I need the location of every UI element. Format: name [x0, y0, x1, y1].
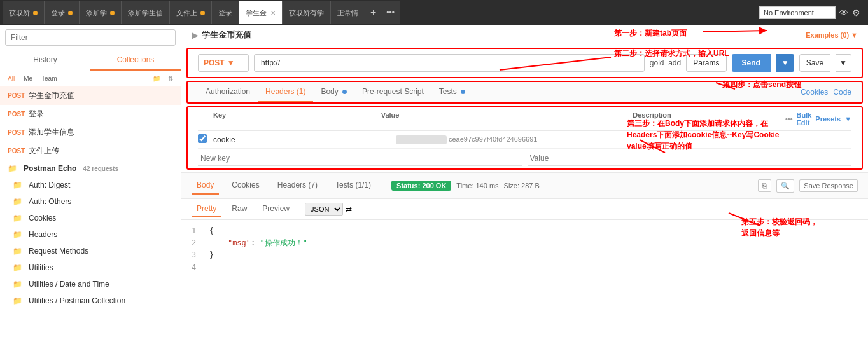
collection-item-学生金币充值[interactable]: POST 学生金币充值: [0, 86, 181, 105]
chevron-icon: ▼: [227, 58, 235, 67]
eye-icon[interactable]: 👁: [839, 8, 848, 18]
response-time: Time: 140 ms: [456, 182, 498, 189]
collection-item-登录[interactable]: POST 登录: [0, 105, 181, 123]
cookie-value-blurred: [396, 135, 447, 144]
body-dot: [342, 90, 347, 94]
save-response-button[interactable]: Save Response: [799, 179, 858, 192]
tab-添加学[interactable]: 添加学: [80, 1, 122, 24]
response-header: Body Cookies Headers (7) Tests (1/1) Sta…: [181, 173, 868, 199]
sidebar: History Collections All Me Team 📁 ⇅ POST…: [0, 25, 181, 363]
collection-item-cookies[interactable]: 📁 Cookies: [0, 210, 181, 226]
tab-获取所[interactable]: 获取所: [3, 1, 45, 24]
method-select[interactable]: POST ▼: [198, 54, 249, 72]
sort-icon[interactable]: ⇅: [165, 74, 176, 83]
url-bar: POST ▼ gold_add Params Send ▼ Save ▼: [186, 48, 863, 78]
history-tab[interactable]: History: [0, 50, 90, 71]
collection-item-request-methods[interactable]: 📁 Request Methods: [0, 243, 181, 259]
filter-input[interactable]: [5, 29, 176, 46]
tab-学生金[interactable]: 学生金 ✕: [239, 1, 283, 24]
res-tab-body[interactable]: Body: [192, 177, 219, 195]
collection-item-添加学生信息[interactable]: POST 添加学生信息: [0, 123, 181, 142]
cookies-link[interactable]: Cookies: [801, 88, 828, 97]
tab-more-button[interactable]: •••: [381, 1, 400, 24]
folder-icon: 📁: [13, 247, 22, 256]
settings-icon[interactable]: ⚙: [852, 8, 860, 18]
res-body-tabs: Pretty Raw Preview JSON ⇄: [181, 199, 868, 220]
folder-icon: 📁: [13, 263, 22, 272]
save-dropdown-button[interactable]: ▼: [836, 54, 851, 72]
more-icon[interactable]: •••: [785, 115, 793, 123]
collections-tab[interactable]: Collections: [90, 50, 181, 71]
code-link[interactable]: Code: [833, 88, 851, 97]
send-dropdown-button[interactable]: ▼: [776, 54, 794, 72]
collection-item-utilities[interactable]: 📁 Utilities: [0, 259, 181, 276]
res-tab-cookies[interactable]: Cookies: [227, 177, 264, 195]
code-line: 3 }: [192, 249, 858, 261]
tests-dot: [461, 90, 465, 94]
format-icon[interactable]: ⇄: [346, 205, 352, 214]
tab-获取所有学[interactable]: 获取所有学: [283, 1, 331, 24]
tab-登录[interactable]: 登录: [45, 1, 80, 24]
collapse-arrow-icon[interactable]: ▶: [192, 31, 198, 40]
copy-response-button[interactable]: ⎘: [758, 179, 771, 192]
tab-add-button[interactable]: +: [365, 1, 381, 24]
request-tabs: Authorization Headers (1) Body Pre-reque…: [186, 81, 863, 104]
tab-文件上[interactable]: 文件上: [170, 1, 212, 24]
sidebar-search-area: [0, 25, 181, 50]
collection-item-文件上传[interactable]: POST 文件上传: [0, 142, 181, 160]
raw-tab[interactable]: Raw: [227, 202, 252, 217]
tab-body[interactable]: Body: [313, 82, 354, 102]
tab-登录2[interactable]: 登录: [212, 1, 239, 24]
examples-link[interactable]: Examples (0) ▼: [806, 31, 858, 39]
code-line: 2 "msg": "操作成功！": [192, 237, 858, 249]
res-tab-headers[interactable]: Headers (7): [272, 177, 323, 195]
save-button[interactable]: Save: [799, 54, 830, 72]
env-selector[interactable]: No Environment: [759, 6, 836, 19]
presets-arrow[interactable]: ▼: [844, 115, 851, 123]
collections-list: POST 学生金币充值 POST 登录 POST 添加学生信息 POST 文件上…: [0, 86, 181, 363]
collection-item-utilities-postman[interactable]: 📁 Utilities / Postman Collection: [0, 292, 181, 309]
url-input[interactable]: [254, 54, 645, 72]
sidebar-toolbar: All Me Team 📁 ⇅: [0, 71, 181, 86]
collection-item-auth-others[interactable]: 📁 Auth: Others: [0, 193, 181, 210]
new-key-input[interactable]: [198, 151, 522, 166]
header-checkbox[interactable]: [198, 134, 207, 143]
params-button[interactable]: Params: [686, 54, 726, 72]
tabs-bar: 获取所 登录 添加学 添加学生信 文件上 登录 学生金 ✕ 获取所有学 正常: [0, 0, 868, 25]
bulk-edit-link[interactable]: Bulk Edit: [797, 111, 812, 127]
me-filter[interactable]: Me: [21, 74, 35, 83]
tab-dot: [33, 11, 38, 15]
tab-正常情[interactable]: 正常情: [331, 1, 365, 24]
code-line: 1 {: [192, 225, 858, 237]
send-button[interactable]: Send: [732, 54, 771, 72]
new-value-input[interactable]: [528, 151, 852, 166]
folder-icon: 📁: [13, 197, 22, 206]
folder-icon: 📁: [13, 230, 22, 239]
tab-tests[interactable]: Tests: [431, 82, 473, 102]
code-line: 4: [192, 262, 858, 274]
response-size: Size: 287 B: [504, 182, 540, 189]
search-response-button[interactable]: 🔍: [776, 179, 794, 193]
collection-folder-postman-echo[interactable]: 📁 Postman Echo 42 requests: [0, 160, 181, 177]
collection-item-headers[interactable]: 📁 Headers: [0, 226, 181, 243]
collection-item-auth-digest[interactable]: 📁 Auth: Digest: [0, 177, 181, 193]
preview-tab[interactable]: Preview: [257, 202, 295, 217]
team-filter[interactable]: Team: [39, 74, 59, 83]
res-tab-tests[interactable]: Tests (1/1): [330, 177, 376, 195]
collection-item-utilities-date[interactable]: 📁 Utilities / Date and Time: [0, 276, 181, 292]
presets-link[interactable]: Presets: [815, 115, 841, 123]
response-area: Body Cookies Headers (7) Tests (1/1) Sta…: [181, 172, 868, 363]
all-filter[interactable]: All: [5, 74, 17, 83]
tab-authorization[interactable]: Authorization: [198, 82, 258, 102]
tab-dot: [110, 11, 115, 15]
tab-close-icon[interactable]: ✕: [270, 10, 276, 17]
table-header: Key Value Description ••• Bulk Edit Pres…: [198, 107, 851, 131]
main-content: ▶ 学生金币充值 Examples (0) ▼ POST ▼ gold_add …: [181, 25, 868, 363]
tab-dot: [200, 11, 205, 15]
new-collection-icon[interactable]: 📁: [150, 74, 163, 83]
tab-添加学生信[interactable]: 添加学生信: [122, 1, 170, 24]
pretty-tab[interactable]: Pretty: [192, 202, 221, 217]
tab-pre-request[interactable]: Pre-request Script: [354, 82, 431, 102]
tab-headers[interactable]: Headers (1): [258, 82, 313, 102]
format-select[interactable]: JSON: [305, 203, 343, 216]
